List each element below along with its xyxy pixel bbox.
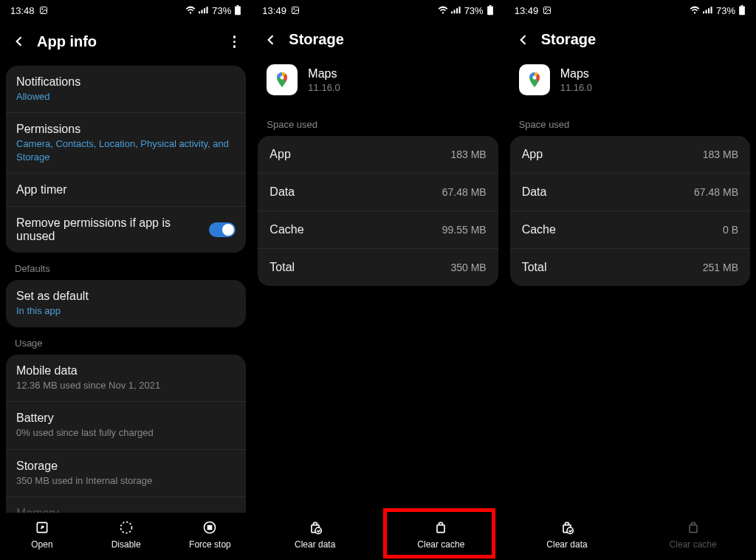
back-icon[interactable] xyxy=(264,33,278,47)
app-size-row: App 183 MB xyxy=(510,136,750,174)
app-name: Maps xyxy=(560,67,592,81)
svg-rect-3 xyxy=(202,10,203,13)
svg-point-1 xyxy=(41,9,43,10)
status-time: 13:49 xyxy=(515,5,539,16)
storage-row[interactable]: Storage 350 MB used in Internal storage xyxy=(6,450,246,498)
svg-rect-31 xyxy=(739,7,745,16)
clear-cache-button[interactable]: Clear cache xyxy=(378,520,504,550)
image-icon xyxy=(291,6,300,15)
maps-app-icon xyxy=(267,64,298,95)
wifi-icon xyxy=(438,6,448,15)
cache-size-val: 99.55 MB xyxy=(442,224,487,236)
force-stop-button[interactable]: Force stop xyxy=(168,520,252,550)
svg-point-32 xyxy=(532,76,536,80)
remove-permissions-row[interactable]: Remove permissions if app is unused xyxy=(6,207,246,253)
cache-size-key: Cache xyxy=(269,223,303,236)
clear-data-label: Clear data xyxy=(295,539,335,550)
status-bar: 13:49 73% xyxy=(252,0,504,21)
app-size-val: 183 MB xyxy=(450,148,486,160)
usage-section-label: Usage xyxy=(0,327,252,355)
svg-rect-11 xyxy=(208,526,212,530)
svg-rect-30 xyxy=(740,5,743,7)
mobile-data-value: 12.36 MB used since Nov 1, 2021 xyxy=(16,379,236,392)
page-title: Storage xyxy=(289,31,492,48)
set-as-default-row[interactable]: Set as default In this app xyxy=(6,280,246,327)
clear-data-button[interactable]: Clear data xyxy=(504,520,630,550)
open-button[interactable]: Open xyxy=(0,520,84,550)
phone-screen-storage-before: 13:49 73% Storage Maps xyxy=(252,0,504,560)
total-size-row: Total 251 MB xyxy=(510,249,750,286)
cache-size-key: Cache xyxy=(522,223,556,236)
signal-icon xyxy=(703,6,713,15)
svg-point-34 xyxy=(567,527,573,533)
app-timer-row[interactable]: App timer xyxy=(6,174,246,207)
data-size-row: Data 67.48 MB xyxy=(510,174,750,211)
disable-button[interactable]: Disable xyxy=(84,520,168,550)
page-header: Storage xyxy=(252,21,504,61)
app-version: 11.16.0 xyxy=(308,82,340,93)
svg-rect-15 xyxy=(453,10,455,13)
svg-point-25 xyxy=(546,9,547,10)
app-size-key: App xyxy=(522,148,543,161)
total-size-key: Total xyxy=(522,261,547,274)
data-size-val: 67.48 MB xyxy=(694,186,738,198)
app-header: Maps 11.16.0 xyxy=(252,61,504,109)
image-icon xyxy=(39,6,48,15)
app-size-key: App xyxy=(269,148,290,161)
data-size-key: Data xyxy=(522,185,547,199)
page-header: Storage xyxy=(504,21,756,61)
app-header: Maps 11.16.0 xyxy=(504,61,756,109)
svg-point-13 xyxy=(293,9,295,10)
total-size-val: 350 MB xyxy=(450,262,486,273)
notifications-value: Allowed xyxy=(16,90,236,103)
signal-icon xyxy=(451,6,461,15)
signal-icon xyxy=(199,6,209,15)
svg-rect-26 xyxy=(703,11,704,13)
open-label: Open xyxy=(31,539,52,550)
storage-label: Storage xyxy=(16,460,236,473)
data-size-val: 67.48 MB xyxy=(442,186,487,198)
total-size-row: Total 350 MB xyxy=(258,249,498,286)
clear-data-button[interactable]: Clear data xyxy=(252,520,378,550)
bottom-bar: Clear data Clear cache xyxy=(252,513,504,560)
clear-cache-label: Clear cache xyxy=(417,539,464,550)
space-used-label: Space used xyxy=(504,109,756,136)
mobile-data-row[interactable]: Mobile data 12.36 MB used since Nov 1, 2… xyxy=(6,355,246,403)
set-as-default-label: Set as default xyxy=(16,290,236,303)
app-size-val: 183 MB xyxy=(703,148,738,160)
bottom-bar: Clear data Clear cache xyxy=(504,513,756,560)
clear-cache-label: Clear cache xyxy=(670,539,717,550)
battery-icon xyxy=(738,5,746,16)
svg-rect-23 xyxy=(437,525,444,533)
battery-row[interactable]: Battery 0% used since last fully charged xyxy=(6,402,246,450)
svg-rect-27 xyxy=(705,10,707,13)
permissions-row[interactable]: Permissions Camera, Contacts, Location, … xyxy=(6,113,246,174)
back-icon[interactable] xyxy=(516,33,531,47)
remove-permissions-toggle[interactable] xyxy=(209,222,236,237)
remove-permissions-label: Remove permissions if app is unused xyxy=(16,216,209,243)
page-header: App info xyxy=(0,21,252,66)
svg-rect-4 xyxy=(204,8,205,13)
svg-rect-19 xyxy=(487,7,493,16)
space-used-panel: App 183 MB Data 67.48 MB Cache 99.55 MB … xyxy=(258,136,498,286)
svg-rect-14 xyxy=(451,11,453,13)
back-icon[interactable] xyxy=(12,34,27,49)
svg-rect-16 xyxy=(456,8,458,13)
page-title: App info xyxy=(37,33,219,50)
status-time: 13:48 xyxy=(10,5,35,16)
more-menu-icon[interactable] xyxy=(229,31,241,52)
svg-rect-35 xyxy=(690,525,697,533)
notifications-row[interactable]: Notifications Allowed xyxy=(6,66,246,114)
phone-screen-app-info: 13:48 73% App info Notifications xyxy=(0,0,252,560)
image-icon xyxy=(543,6,551,15)
data-size-row: Data 67.48 MB xyxy=(258,174,498,211)
status-time: 13:49 xyxy=(262,5,286,16)
settings-panel-top: Notifications Allowed Permissions Camera… xyxy=(6,66,246,253)
wifi-icon xyxy=(690,6,700,15)
svg-point-22 xyxy=(315,527,321,533)
defaults-panel: Set as default In this app xyxy=(6,280,246,327)
status-battery-text: 73% xyxy=(716,5,735,16)
app-version: 11.16.0 xyxy=(560,82,592,93)
permissions-value: Camera, Contacts, Location, Physical act… xyxy=(16,137,236,163)
app-timer-label: App timer xyxy=(16,183,236,197)
